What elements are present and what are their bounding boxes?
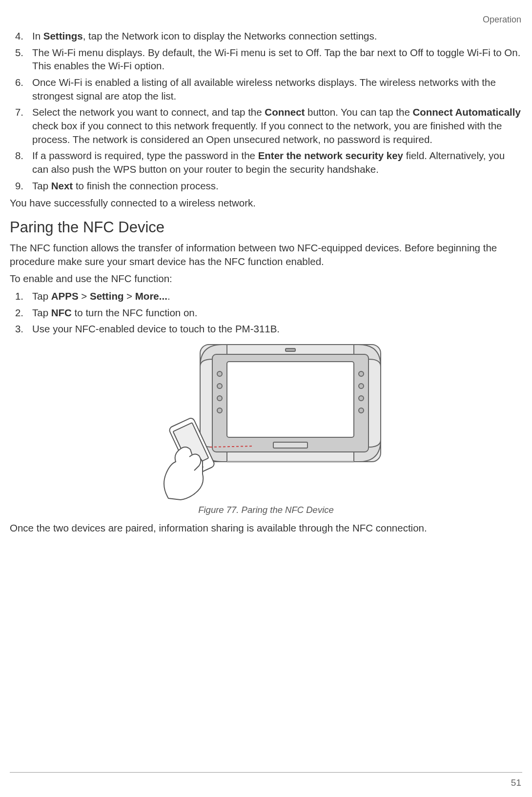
svg-rect-2 [227, 362, 354, 437]
svg-point-5 [217, 396, 222, 401]
list-item: 1.Tap APPS > Setting > More.... [10, 289, 522, 303]
nfc-heading: Paring the NFC Device [10, 219, 522, 236]
nfc-outro: Once the two devices are paired, informa… [10, 521, 522, 535]
step-number: 5. [10, 46, 32, 73]
step-number: 7. [10, 105, 32, 146]
svg-point-4 [217, 384, 222, 388]
step-number: 2. [10, 306, 32, 320]
step-text: Use your NFC-enabled device to touch to … [32, 322, 522, 336]
nfc-lead: To enable and use the NFC function: [10, 272, 522, 286]
step-number: 6. [10, 76, 32, 102]
section-header: Operation [483, 15, 521, 25]
wifi-complete-text: You have successfully connected to a wir… [10, 196, 522, 210]
figure-caption: Figure 77. Paring the NFC Device [10, 505, 522, 515]
step-text: Once Wi-Fi is enabled a listing of all a… [32, 76, 522, 102]
nfc-device-illustration [146, 340, 386, 501]
list-item: 6.Once Wi-Fi is enabled a listing of all… [10, 76, 522, 102]
list-item: 5.The Wi-Fi menu displays. By default, t… [10, 46, 522, 73]
svg-point-6 [217, 408, 222, 413]
footer-rule [10, 772, 522, 773]
step-number: 9. [10, 179, 32, 193]
list-item: 2.Tap NFC to turn the NFC function on. [10, 306, 522, 320]
figure-container: Figure 77. Paring the NFC Device [10, 340, 522, 515]
list-item: 4.In Settings, tap the Network icon to d… [10, 29, 522, 43]
step-text: If a password is required, type the pass… [32, 149, 522, 176]
step-text: The Wi-Fi menu displays. By default, the… [32, 46, 522, 73]
svg-point-9 [359, 396, 364, 401]
svg-rect-11 [273, 442, 307, 448]
step-number: 1. [10, 289, 32, 303]
step-text: Select the network you want to connect, … [32, 105, 522, 146]
step-text: Tap NFC to turn the NFC function on. [32, 306, 522, 320]
list-item: 7.Select the network you want to connect… [10, 105, 522, 146]
svg-point-10 [359, 408, 364, 413]
step-text: Tap Next to finish the connection proces… [32, 179, 522, 193]
svg-rect-12 [286, 348, 295, 351]
svg-point-3 [217, 371, 222, 376]
step-number: 4. [10, 29, 32, 43]
step-text: Tap APPS > Setting > More.... [32, 289, 522, 303]
step-number: 8. [10, 149, 32, 176]
list-item: 9.Tap Next to finish the connection proc… [10, 179, 522, 193]
nfc-intro: The NFC function allows the transfer of … [10, 241, 522, 268]
list-item: 3.Use your NFC-enabled device to touch t… [10, 322, 522, 336]
nfc-steps-list: 1.Tap APPS > Setting > More....2.Tap NFC… [10, 289, 522, 336]
page-content: 4.In Settings, tap the Network icon to d… [10, 29, 522, 535]
wifi-steps-list: 4.In Settings, tap the Network icon to d… [10, 29, 522, 192]
list-item: 8.If a password is required, type the pa… [10, 149, 522, 176]
step-text: In Settings, tap the Network icon to dis… [32, 29, 522, 43]
svg-point-7 [359, 371, 364, 376]
step-number: 3. [10, 322, 32, 336]
svg-point-8 [359, 384, 364, 388]
page-number: 51 [511, 777, 521, 788]
